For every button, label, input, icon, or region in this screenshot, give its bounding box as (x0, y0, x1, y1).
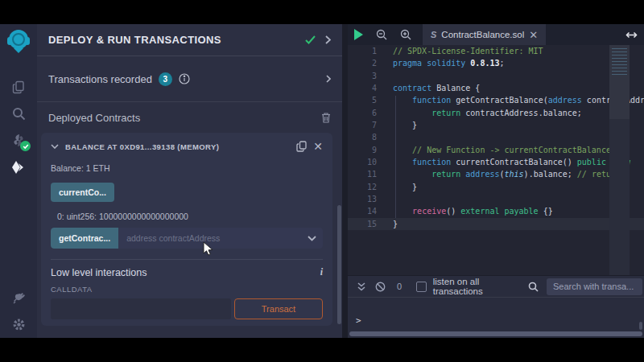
code-line[interactable]: 10 function currentContractBalance() pub… (348, 156, 644, 168)
code-line[interactable]: 6 return contractAddress.balance; (348, 107, 644, 119)
line-number: 9 (348, 144, 377, 156)
code-line[interactable]: 9 // New Function -> currentContractBala… (348, 144, 644, 156)
code-line[interactable]: 4contract Balance { (348, 82, 644, 94)
indent-guide (395, 96, 396, 218)
get-contract-balance-row: getContrac... (51, 228, 323, 249)
line-number: 10 (348, 156, 377, 168)
contract-balance-label: Balance: 1 ETH (51, 163, 323, 173)
collapse-terminal-icon[interactable] (357, 282, 365, 291)
line-number: 6 (348, 107, 377, 119)
search-icon[interactable] (0, 101, 37, 127)
contract-address-input[interactable] (118, 233, 308, 243)
terminal-prompt: > (356, 315, 361, 326)
solidity-compiler-icon[interactable] (0, 127, 37, 154)
remix-ide-window: DEPLOY & RUN TRANSACTIONS Transactions r… (0, 24, 644, 338)
close-icon[interactable]: ✕ (313, 141, 323, 152)
line-number: 1 (348, 45, 377, 57)
line-number: 12 (348, 181, 377, 193)
tab-close-icon[interactable]: ✕ (529, 30, 538, 40)
panel-header: DEPLOY & RUN TRANSACTIONS (37, 24, 342, 56)
code-line[interactable]: 1// SPDX-License-Identifier: MIT (348, 45, 644, 57)
editor-tabbar: S ContractBalance.sol ✕ (348, 24, 644, 45)
line-number: 7 (348, 119, 377, 131)
icon-rail (0, 24, 37, 338)
code-editor[interactable]: 1// SPDX-License-Identifier: MIT2pragma … (348, 45, 644, 275)
transactions-count-badge: 3 (159, 72, 172, 86)
code-line[interactable]: 3 (348, 70, 644, 82)
plugin-manager-icon[interactable] (0, 285, 37, 311)
transactions-recorded-label: Transactions recorded (48, 73, 152, 85)
expand-params-icon[interactable] (308, 236, 316, 241)
zoom-out-icon[interactable] (376, 29, 387, 40)
success-check-icon (305, 35, 316, 44)
zoom-in-icon[interactable] (400, 29, 411, 40)
chevron-right-icon (326, 75, 331, 83)
clear-console-icon[interactable] (375, 282, 386, 292)
code-line[interactable]: 11 return address(this).balance; // retu… (348, 168, 644, 180)
terminal-panel: 0 listen on all transactions > (348, 275, 644, 338)
line-number: 14 (348, 205, 377, 217)
remix-logo[interactable] (5, 27, 32, 55)
line-number: 5 (348, 94, 377, 106)
code-line[interactable]: 2pragma solidity 0.8.13; (348, 57, 644, 69)
contract-card-header[interactable]: BALANCE AT 0XD91...39138 (MEMORY) ✕ (51, 133, 323, 160)
terminal-hscrollbar[interactable] (349, 331, 642, 336)
copy-icon[interactable] (296, 141, 307, 152)
compile-success-badge (20, 141, 31, 151)
code-line[interactable]: 7 } (348, 119, 644, 131)
calldata-row: Transact (51, 298, 323, 319)
tab-filename: ContractBalance.sol (441, 30, 524, 39)
solidity-file-icon: S (431, 30, 436, 39)
terminal-body[interactable]: > (348, 298, 644, 337)
settings-icon[interactable] (0, 311, 37, 338)
current-contract-balance-button[interactable]: currentCo... (51, 183, 114, 202)
line-number: 15 (348, 218, 377, 230)
low-level-info-icon[interactable]: i (320, 266, 323, 278)
listen-transactions-label: listen on all transactions (433, 277, 528, 296)
deploy-run-icon[interactable] (0, 154, 37, 180)
code-line[interactable]: 5 function getContractBalance(address co… (348, 94, 644, 106)
deploy-run-panel: DEPLOY & RUN TRANSACTIONS Transactions r… (37, 24, 342, 338)
file-explorer-icon[interactable] (0, 74, 37, 101)
deployed-contracts-title: Deployed Contracts (48, 112, 321, 124)
code-line[interactable]: 13 (348, 193, 644, 205)
tab-contractbalance[interactable]: S ContractBalance.sol ✕ (423, 24, 546, 45)
call-output-value: 0: uint256: 1000000000000000000 (51, 212, 323, 221)
terminal-vscroll-thumb[interactable] (639, 322, 642, 330)
line-number: 4 (348, 82, 377, 94)
line-number: 13 (348, 193, 377, 205)
code-line[interactable]: 8 (348, 131, 644, 143)
code-line[interactable]: 15} (348, 218, 644, 230)
editor-minimap[interactable] (609, 45, 630, 275)
line-number: 8 (348, 131, 377, 143)
terminal-search-icon (528, 282, 539, 292)
panel-divider (342, 24, 348, 338)
transact-button[interactable]: Transact (234, 298, 323, 319)
code-line[interactable]: 12 } (348, 181, 644, 193)
panel-scrollbar[interactable] (337, 205, 341, 324)
terminal-search-input[interactable] (547, 278, 642, 295)
line-number: 11 (348, 168, 377, 180)
code-line[interactable]: 14 receive() external payable {} (348, 205, 644, 217)
run-script-icon[interactable] (354, 29, 363, 40)
line-number: 3 (348, 70, 377, 82)
listen-transactions-checkbox[interactable] (416, 282, 427, 292)
divider (51, 259, 323, 260)
editor-column: S ContractBalance.sol ✕ 1// SPDX-License… (348, 24, 644, 338)
low-level-header: Low level interactions i (51, 266, 323, 278)
calldata-input[interactable] (51, 298, 231, 319)
panel-expand-icon[interactable] (325, 35, 331, 44)
contract-instance-title: BALANCE AT 0XD91...39138 (MEMORY) (65, 142, 290, 151)
panel-title: DEPLOY & RUN TRANSACTIONS (48, 34, 305, 46)
pending-tx-count: 0 (397, 282, 402, 291)
calldata-label: CALLDATA (51, 285, 323, 294)
code-lines: 1// SPDX-License-Identifier: MIT2pragma … (348, 45, 644, 230)
trash-icon[interactable] (321, 112, 331, 123)
low-level-title: Low level interactions (51, 267, 320, 278)
get-contract-balance-button[interactable]: getContrac... (51, 228, 118, 249)
terminal-toolbar: 0 listen on all transactions (348, 276, 644, 298)
info-icon (179, 73, 190, 84)
transactions-recorded-row[interactable]: Transactions recorded 3 (37, 56, 342, 102)
expand-editor-icon[interactable] (625, 31, 638, 39)
chevron-down-icon[interactable] (51, 144, 59, 149)
